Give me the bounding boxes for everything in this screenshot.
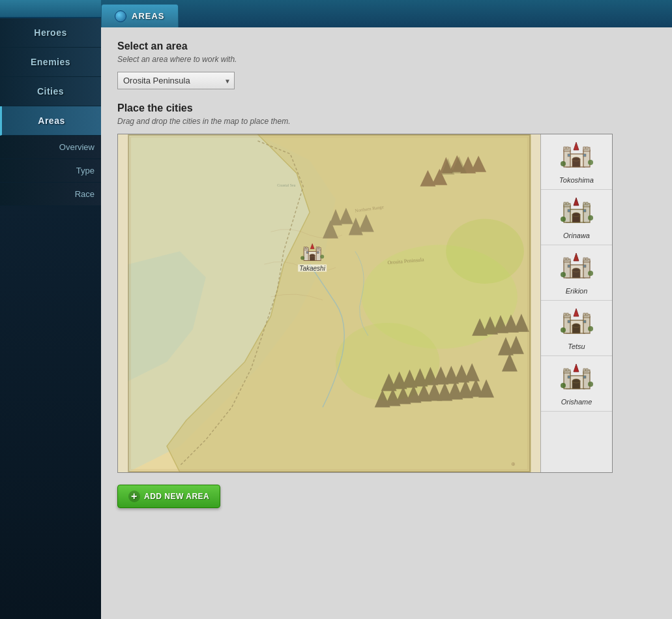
city-item-orinawa[interactable]: Orinawa [541, 190, 612, 245]
svg-rect-111 [583, 265, 586, 267]
city-name-tetsu: Tetsu [568, 342, 585, 350]
svg-rect-120 [564, 313, 566, 316]
city-icon-orinawa [559, 195, 594, 230]
svg-rect-127 [583, 320, 586, 323]
svg-rect-73 [566, 147, 568, 149]
svg-rect-91 [586, 202, 588, 205]
city-icon-tokoshima-wrapper [559, 140, 594, 175]
svg-point-125 [572, 324, 580, 327]
svg-rect-121 [566, 313, 568, 316]
area-select[interactable]: Orosita Peninsula Northern Lands Souther… [117, 72, 235, 89]
svg-point-77 [572, 157, 580, 161]
plus-icon: + [128, 491, 140, 502]
svg-rect-94 [568, 209, 570, 212]
city-item-orishame[interactable]: Orishame [541, 356, 612, 412]
svg-marker-96 [574, 198, 579, 205]
svg-rect-78 [568, 154, 570, 157]
svg-point-61 [310, 254, 315, 257]
sidebar-spacer [0, 206, 101, 619]
svg-text:⊕: ⊕ [511, 461, 516, 467]
city-item-erikion[interactable]: Erikion [541, 245, 612, 301]
sidebar-sub-item-race[interactable]: Race [0, 183, 101, 206]
city-icon-tetsu [559, 306, 594, 341]
svg-point-146 [588, 382, 593, 387]
svg-point-65 [300, 256, 304, 260]
svg-point-129 [561, 327, 566, 333]
add-area-label: ADD NEW AREA [144, 492, 209, 501]
area-select-wrapper: Orosita Peninsula Northern Lands Souther… [117, 72, 235, 89]
svg-rect-89 [566, 202, 568, 205]
page-body: Select an area Select an area where to w… [101, 27, 672, 619]
sidebar-item-enemies[interactable]: Enemies [0, 48, 101, 77]
city-name-tokoshima: Tokoshima [559, 176, 594, 184]
city-icon-tokoshima [559, 140, 594, 175]
city-panel[interactable]: Tokoshima [540, 134, 612, 472]
svg-point-114 [588, 271, 593, 276]
sidebar-sub-item-type[interactable]: Type [0, 159, 101, 183]
svg-rect-138 [583, 369, 585, 371]
svg-marker-64 [310, 244, 314, 249]
sidebar-top-bar [0, 0, 101, 18]
svg-point-93 [572, 213, 580, 217]
svg-point-98 [588, 215, 593, 220]
city-icon-erikion-wrapper [559, 250, 594, 286]
svg-point-3 [446, 219, 524, 284]
svg-rect-90 [583, 202, 585, 205]
svg-rect-106 [583, 258, 585, 260]
svg-rect-107 [586, 258, 588, 260]
city-name-orishame: Orishame [561, 398, 592, 406]
select-area-title: Select an area [117, 40, 656, 52]
svg-rect-139 [586, 369, 588, 371]
svg-point-82 [588, 160, 593, 165]
svg-rect-79 [583, 154, 586, 157]
globe-icon [115, 10, 126, 22]
select-area-section: Select an area Select an area where to w… [117, 40, 656, 102]
svg-rect-136 [564, 369, 566, 371]
svg-text:Coastal Sea: Coastal Sea [277, 183, 295, 187]
sidebar-item-heroes[interactable]: Heroes [0, 18, 101, 48]
city-icon-orishame-wrapper [559, 361, 594, 397]
svg-rect-58 [316, 247, 317, 249]
svg-rect-142 [568, 376, 570, 378]
add-area-button[interactable]: + ADD NEW AREA [117, 485, 220, 508]
svg-rect-104 [564, 258, 566, 260]
sidebar-item-cities[interactable]: Cities [0, 77, 101, 106]
city-name-erikion: Erikion [566, 287, 588, 295]
svg-marker-112 [574, 253, 579, 261]
city-item-tokoshima[interactable]: Tokoshima [541, 134, 612, 190]
svg-rect-95 [583, 209, 586, 212]
placed-city-takaeshi[interactable]: Takaeshi [298, 240, 327, 272]
tab-row: AREAS [101, 0, 672, 27]
svg-point-81 [561, 161, 566, 166]
svg-marker-144 [574, 364, 579, 372]
svg-rect-126 [568, 320, 570, 323]
sidebar-item-areas[interactable]: Areas [0, 106, 101, 136]
tab-areas[interactable]: AREAS [101, 4, 179, 27]
city-item-tetsu[interactable]: Tetsu [541, 301, 612, 356]
svg-rect-52 [304, 249, 308, 261]
city-icon-orinawa-wrapper [559, 195, 594, 230]
main-content: AREAS Select an area Select an area wher… [101, 0, 672, 619]
svg-rect-74 [583, 147, 585, 149]
svg-rect-137 [566, 369, 568, 371]
svg-rect-123 [586, 313, 588, 316]
place-cities-title: Place the cities [117, 102, 656, 114]
sidebar: Heroes Enemies Cities Areas Overview Typ… [0, 0, 101, 619]
svg-point-130 [588, 326, 593, 331]
svg-rect-75 [586, 147, 588, 149]
sidebar-sub-item-overview[interactable]: Overview [0, 136, 101, 159]
svg-point-66 [320, 255, 324, 259]
svg-rect-57 [306, 247, 307, 249]
map-container: Orosita Peninsula Northern Range Coastal… [117, 134, 613, 473]
place-cities-section: Place the cities Drag and drop the citie… [117, 102, 656, 126]
svg-marker-128 [574, 309, 579, 316]
placed-city-takaeshi-label: Takaeshi [298, 265, 327, 272]
svg-point-141 [572, 379, 580, 383]
svg-rect-105 [566, 258, 568, 260]
place-cities-subtitle: Drag and drop the cities in the map to p… [117, 117, 656, 126]
svg-rect-122 [583, 313, 585, 316]
svg-rect-62 [306, 252, 308, 254]
map-area[interactable]: Orosita Peninsula Northern Range Coastal… [118, 134, 540, 472]
svg-point-145 [561, 383, 566, 388]
city-icon-erikion [559, 250, 594, 286]
